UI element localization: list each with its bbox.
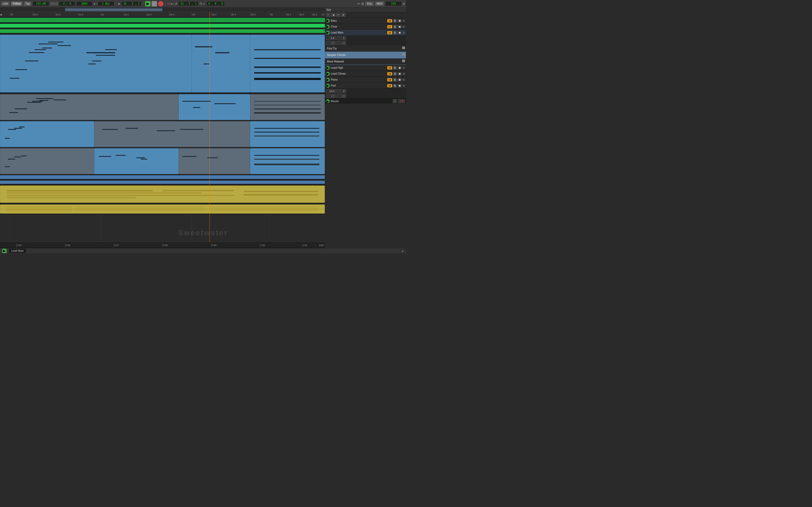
link-button[interactable]: Link [1, 1, 10, 6]
track-leadhigh-play[interactable]: ▶ [326, 66, 330, 70]
track-item-choir[interactable]: ▶ Choir 11 S ⏺ [325, 24, 406, 30]
clip-alt2-blue2[interactable] [250, 121, 325, 147]
track-leadmain-s[interactable]: S [393, 31, 397, 34]
set-search-button[interactable]: ⊕ [341, 13, 346, 17]
timeline-ruler[interactable]: ▶ 33 33.2 33.3 33.4 34 34.2 34.3 34.4 35… [0, 12, 325, 17]
ruler-mark-362: 36.2 [286, 12, 291, 17]
clip-alt3-gray[interactable] [0, 148, 94, 174]
zoom-display[interactable]: 100% [76, 1, 93, 6]
clip-alt2-gray[interactable] [94, 121, 250, 147]
track-item-bass[interactable]: ▶ Bass 10 S ⏺ [325, 18, 406, 24]
clip-pad[interactable] [0, 185, 325, 203]
bottom-play-button[interactable]: ▶ [2, 249, 6, 253]
set-add-button[interactable]: + [326, 13, 330, 17]
time-sig-display[interactable]: 4 / 4 [59, 1, 75, 6]
clip-bright-green[interactable] [0, 24, 325, 27]
track-item-pad[interactable]: ▶ Pad 16 S ⏺ [325, 83, 406, 89]
alt-clip-simpler-chords[interactable]: Simpler Chords [325, 52, 406, 58]
clip-alt2-blue1[interactable] [0, 121, 94, 147]
track-leadclimax-r[interactable]: ⏺ [398, 72, 402, 75]
lead-main-pan-val[interactable]: C [337, 36, 346, 40]
track-item-lead-high[interactable]: ▶ Lead High 13 S ⏺ [325, 65, 406, 71]
clip-lead-main-1[interactable] [0, 35, 192, 93]
ruler-mark-363: 36.3 [299, 12, 304, 17]
track-item-piano[interactable]: ▶ Piano 15 S ⏺ [325, 77, 406, 83]
key-button[interactable]: Key [365, 1, 373, 6]
track-leadclimax-indicator [403, 73, 405, 75]
clip-alt3-blue2[interactable] [250, 148, 325, 174]
track-item-lead-climax[interactable]: ▶ Lead Climax 14 S ⏺ [325, 71, 406, 77]
bpm-display[interactable]: 141.00 [33, 1, 49, 6]
track-pad-indicator [403, 84, 405, 87]
ruler-mark-343: 34.3 [146, 12, 152, 17]
clip-alt3-blue[interactable] [94, 148, 179, 174]
track-piano-r[interactable]: ⏺ [398, 78, 402, 81]
playhead-line [209, 17, 210, 242]
position-display[interactable]: 35 . 3 . 1 [121, 1, 142, 6]
track-leadclimax-num: 14 [387, 72, 392, 75]
lead-main-fader-val[interactable]: -3.9 [326, 36, 336, 40]
track-bass-play[interactable]: ▶ [326, 19, 330, 23]
pad-fader-val[interactable]: -10.3 [326, 89, 336, 93]
track-pad-s[interactable]: S [393, 84, 397, 87]
set-prev-button[interactable]: ◀ [331, 13, 335, 17]
play-button[interactable]: ▶ [145, 1, 151, 6]
master-row: ▶ Master 0 -7.0 [325, 99, 406, 104]
track-leadmain-r[interactable]: ⏺ [398, 31, 402, 34]
clip-lead-high[interactable] [0, 175, 325, 179]
stop-button[interactable] [152, 1, 157, 6]
track-choir-play[interactable]: ▶ [326, 25, 330, 29]
track-leadhigh-r[interactable]: ⏺ [398, 66, 402, 69]
top-toolbar: Link Follow Tap 141.00 ║║║║ 4 / 4 100% ●… [0, 0, 406, 8]
loop-start-display[interactable]: 33 . 1 . 1 [179, 1, 198, 6]
track-leadmain-play[interactable]: ▶ [326, 31, 330, 35]
track-leadclimax-play[interactable]: ▶ [326, 72, 330, 76]
alt-clip-more-relaxed-label: More Relaxed [327, 60, 344, 63]
clip-green-top[interactable] [0, 18, 325, 22]
midi-button[interactable]: MIDI [375, 1, 384, 6]
clip-pad-wave[interactable] [0, 205, 325, 214]
track-piano-play[interactable]: ▶ [326, 78, 330, 82]
magnet-icon: ⚯ [167, 2, 170, 6]
clip-green2[interactable] [0, 29, 325, 33]
bottom-hint: ▲ [401, 249, 404, 252]
set-pencil-button[interactable]: ✏ [336, 13, 341, 17]
track-pad-r[interactable]: ⏺ [398, 84, 402, 87]
bottom-clip-name: Lead Main [9, 248, 26, 253]
alt-clip-first-try[interactable]: First Try [325, 45, 406, 52]
loop-length-display[interactable]: 4 . 0 . 0 [206, 1, 225, 6]
time-100: 1:00 [260, 243, 265, 248]
track-leadhigh-s[interactable]: S [393, 66, 397, 69]
pad-pan-val[interactable]: C [337, 89, 346, 93]
ruler-mark-37: 37 [321, 12, 325, 17]
clip-lead-main-2[interactable] [192, 35, 250, 93]
clip-alt1-gray2[interactable] [250, 94, 325, 120]
scroll-indicator[interactable] [0, 8, 325, 12]
track-item-lead-main[interactable]: ▶ Lead Main 12 S ⏺ [325, 30, 406, 36]
track-piano-s[interactable]: S [393, 78, 397, 81]
clip-alt1-blue[interactable] [179, 94, 250, 120]
track-bass-r[interactable]: ⏺ [398, 19, 402, 22]
clip-lead-main-3[interactable] [250, 35, 325, 93]
record-button[interactable] [158, 1, 163, 6]
tap-button[interactable]: Tap [23, 1, 32, 6]
clip-lead-climax[interactable] [0, 181, 325, 184]
track-leadclimax-s[interactable]: S [393, 72, 397, 75]
track-bass-s[interactable]: S [393, 19, 397, 22]
track-pad-play[interactable]: ▶ [326, 84, 330, 88]
track-lane-lead-high [0, 175, 325, 180]
track-choir-r[interactable]: ⏺ [398, 25, 402, 29]
follow-button[interactable]: Follow [11, 1, 22, 6]
clip-alt3-gray2[interactable] [179, 148, 250, 174]
quantize-display[interactable]: 1 Bar [98, 1, 114, 6]
master-name: Master [331, 100, 392, 103]
master-play[interactable]: ▶ [326, 99, 330, 103]
alt-clip-more-relaxed[interactable]: More Relaxed [325, 58, 406, 65]
loop-icon: ↺ [174, 2, 177, 6]
track-choir-s[interactable]: S [393, 25, 397, 29]
alt-clip-first-try-label: First Try [327, 47, 337, 50]
menu-icon[interactable]: ≡ [403, 2, 405, 6]
app-layout: Link Follow Tap 141.00 ║║║║ 4 / 4 100% ●… [0, 0, 406, 253]
set-controls: + ◀ ✏ ⊕ [325, 12, 406, 18]
clip-alt1-gray[interactable] [0, 94, 179, 120]
